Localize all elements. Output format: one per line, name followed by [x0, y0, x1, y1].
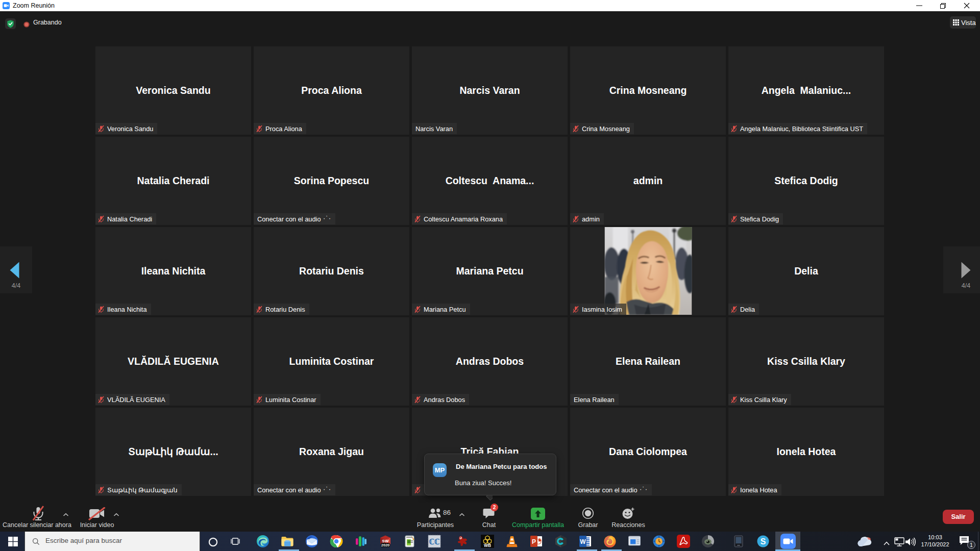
svg-text:S: S: [761, 537, 766, 546]
svg-text:W: W: [580, 538, 586, 545]
svg-text:2020: 2020: [381, 543, 389, 547]
svg-text:P: P: [532, 538, 536, 545]
svg-text:WB: WB: [484, 543, 491, 548]
svg-text:ℂℂ: ℂℂ: [429, 538, 440, 546]
